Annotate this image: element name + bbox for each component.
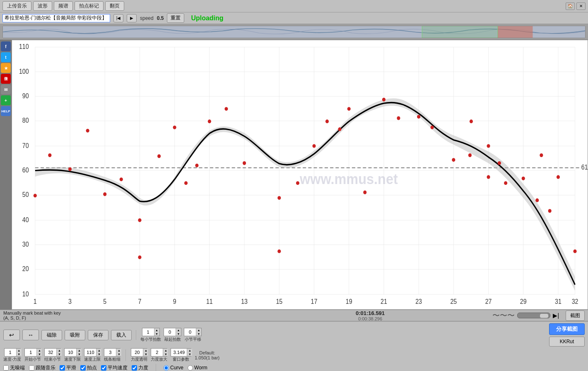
spinner-beats-up[interactable]: ▲ [154, 328, 159, 332]
page-turn-btn[interactable]: 翻页 [105, 1, 124, 11]
worm-label: Worm [194, 365, 207, 371]
move-icon-btn[interactable]: ↔ [22, 330, 39, 340]
start-measure-input[interactable] [25, 349, 36, 356]
force-scale-input[interactable] [151, 349, 163, 356]
speed-min-field: ▲ ▼ 速度下限 [64, 348, 81, 362]
bottom-row3: 无噪端 跟随音乐 平滑 拍点 平均速度 力度 Curve Wor [3, 364, 585, 371]
line-width-down[interactable]: ▼ [116, 352, 121, 356]
force-alpha-down[interactable]: ▼ [143, 352, 148, 356]
end-measure-up[interactable]: ▲ [57, 349, 62, 352]
svg-text:32: 32 [572, 298, 578, 305]
spinner-pickup-input[interactable] [164, 328, 176, 336]
follow-music-checkbox[interactable] [29, 365, 34, 371]
spinner-shift-input[interactable] [184, 328, 196, 336]
waveform-btn[interactable]: 波形 [33, 1, 52, 11]
reset-btn[interactable]: 重置 [167, 13, 184, 23]
speed-force-field: ▲ ▼ 速度-力度 [3, 348, 21, 362]
facebook-btn[interactable]: f [1, 41, 11, 51]
svg-text:15: 15 [276, 298, 282, 305]
line-width-up[interactable]: ▲ [116, 349, 121, 352]
no-noise-checkbox[interactable] [3, 365, 9, 371]
twitter-btn[interactable]: t [1, 52, 11, 62]
svg-point-73 [195, 164, 198, 167]
spinner-beats-down[interactable]: ▼ [154, 332, 159, 336]
speed-min-input[interactable] [65, 349, 76, 356]
beat-mark-btn[interactable]: 拍点标记 [75, 1, 104, 11]
start-measure-up[interactable]: ▲ [37, 349, 42, 352]
absorb-btn[interactable]: 吸附 [65, 330, 85, 340]
weibo-btn[interactable]: 微 [1, 74, 11, 84]
spinner-shift-up[interactable]: ▲ [196, 328, 201, 332]
start-measure-down[interactable]: ▼ [37, 352, 42, 356]
svg-point-87 [417, 115, 420, 119]
spinner-pickup-up[interactable]: ▲ [176, 328, 181, 332]
svg-point-79 [296, 181, 299, 185]
svg-text:90: 90 [22, 92, 29, 99]
hint-line2: (A, S, D, F) [3, 315, 248, 320]
erase-btn[interactable]: 磁除 [41, 330, 62, 340]
spinner-beats-input[interactable] [142, 328, 154, 336]
prev-btn[interactable]: |◀ [113, 14, 123, 22]
spinner-shift-down[interactable]: ▼ [196, 332, 201, 336]
no-noise-label: 无噪端 [10, 364, 25, 371]
window-param-input[interactable] [171, 349, 187, 356]
force-scale-down[interactable]: ▼ [163, 352, 168, 356]
avg-speed-checkbox[interactable] [101, 365, 106, 371]
spectrum-btn[interactable]: 频谱 [54, 1, 73, 11]
end-measure-input[interactable] [45, 349, 56, 356]
line-width-input[interactable] [104, 349, 116, 356]
bottom-row1: ↩ ↔ 磁除 吸附 保存 载入 ▲ ▼ 每小节拍数 ▲ ▼ [3, 323, 585, 347]
speed-force-up[interactable]: ▲ [17, 349, 22, 352]
waveform-bar [0, 24, 588, 40]
load-btn[interactable]: 载入 [111, 330, 132, 340]
svg-point-84 [363, 191, 366, 194]
force-checkbox[interactable] [132, 365, 137, 371]
spinner-pickup-down[interactable]: ▼ [176, 332, 181, 336]
waveform-container[interactable] [2, 26, 586, 38]
speed-max-down[interactable]: ▼ [96, 352, 101, 356]
save-btn[interactable]: 保存 [88, 330, 108, 340]
svg-text:www.mmus.net: www.mmus.net [299, 170, 398, 187]
help-btn[interactable]: HELP [1, 106, 11, 116]
force-alpha-input[interactable] [131, 349, 143, 356]
force-scale-up[interactable]: ▲ [163, 349, 168, 352]
svg-text:9: 9 [173, 298, 176, 305]
star-btn[interactable]: ★ [1, 63, 11, 73]
worm-radio[interactable] [188, 365, 193, 371]
song-title-input[interactable] [2, 14, 110, 22]
mail-btn[interactable]: ✉ [1, 85, 11, 95]
export-btn[interactable]: KKRut [549, 337, 585, 347]
speed-max-up[interactable]: ▲ [96, 349, 101, 352]
svg-text:50: 50 [22, 191, 29, 199]
wave-slider[interactable] [517, 313, 550, 318]
smooth-checkbox[interactable] [60, 365, 65, 371]
undo-icon-btn[interactable]: ↩ [3, 330, 20, 340]
svg-point-67 [120, 177, 123, 181]
close-icon[interactable]: ✕ [576, 2, 586, 10]
share-screenshot-btn[interactable]: 分享截图 [549, 323, 585, 335]
force-alpha-up[interactable]: ▲ [143, 349, 148, 352]
speed-min-down[interactable]: ▼ [77, 352, 82, 356]
screenshot-btn[interactable]: 截图 [566, 310, 585, 321]
curve-radio[interactable] [164, 365, 169, 371]
second-toolbar: |◀ ▶ speed 0.5 重置 Uploading [0, 12, 588, 24]
speed-min-up[interactable]: ▲ [77, 349, 82, 352]
window-param-up[interactable]: ▲ [187, 349, 192, 352]
speed-force-input[interactable] [5, 349, 16, 356]
plus-btn[interactable]: + [1, 95, 11, 105]
svg-point-93 [487, 175, 490, 179]
play-btn[interactable]: ▶ [127, 14, 137, 22]
waveform-control: 〜〜〜 ▶| [492, 310, 559, 320]
upload-music-btn[interactable]: 上传音乐 [2, 1, 31, 11]
speed-min-label: 速度下限 [64, 356, 81, 362]
home-icon[interactable]: 🏠 [566, 2, 575, 10]
window-param-down[interactable]: ▼ [187, 352, 192, 356]
svg-point-69 [138, 255, 141, 259]
end-measure-down[interactable]: ▼ [57, 352, 62, 356]
end-measure-field: ▲ ▼ 结束小节 [44, 348, 61, 362]
speed-max-input[interactable] [84, 349, 96, 356]
beat-checkbox[interactable] [80, 365, 86, 371]
speed-force-down[interactable]: ▼ [17, 352, 22, 356]
window-icons: 🏠 ✕ [566, 2, 586, 10]
hint-line1: Manually mark beat with key [3, 310, 248, 315]
